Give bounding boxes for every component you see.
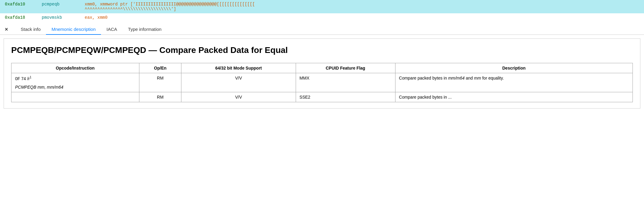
tab-mnemonic-description[interactable]: Mnemonic description [46,24,101,35]
cell-mode-1: V/V [181,73,296,92]
asm-area: 0xafda10 pcmpeqb xmm0, xmmword ptr ['III… [0,0,644,22]
instruction-table: Opcode/Instruction Op/En 64/32 bit Mode … [11,63,633,102]
cell-mode-2: V/V [181,92,296,102]
close-button[interactable]: × [2,25,11,33]
table-row-2: RM V/V SSE2 Compare packed bytes in ... [11,92,633,102]
col-header-desc: Description [395,63,633,73]
tab-bar: × Stack info Mnemonic description IACA T… [0,22,644,35]
col-header-opcode: Opcode/Instruction [11,63,139,73]
tab-iaca[interactable]: IACA [101,24,122,35]
col-header-cpuid: CPUID Feature Flag [296,63,395,73]
asm-row-selected[interactable]: 0xafda10 pcmpeqb xmm0, xmmword ptr ['III… [0,0,644,13]
cell-open-2: RM [139,92,181,102]
cell-opcode-2 [11,92,139,102]
tab-type-information[interactable]: Type information [122,24,167,35]
asm-addr-1: 0xafda10 [5,2,32,7]
col-header-mode: 64/32 bit Mode Support [181,63,296,73]
col-header-open: Op/En [139,63,181,73]
cell-opcode-1: 0F 74 /r1 PCMPEQB mm, mm/m64 [11,73,139,92]
tab-stack-info[interactable]: Stack info [15,24,46,35]
cell-cpuid-2: SSE2 [296,92,395,102]
doc-title: PCMPEQB/PCMPEQW/PCMPEQD — Compare Packed… [11,45,633,56]
asm-mnemonic-1: pcmpeqb [42,2,75,7]
instruction-value-1: PCMPEQB mm, mm/m64 [15,85,135,90]
asm-operands-1: xmm0, xmmword ptr ['IIIIIIIIIIIIIIII@@@@… [85,2,639,11]
asm-addr-2: 0xafda18 [5,15,32,20]
cell-cpuid-1: MMX [296,73,395,92]
cell-desc-1: Compare packed bytes in mm/m64 and mm fo… [395,73,633,92]
asm-row-2[interactable]: 0xafda18 pmovmskb eax, xmm0 [0,13,644,22]
table-row-1: 0F 74 /r1 PCMPEQB mm, mm/m64 RM V/V MMX … [11,73,633,92]
opcode-value-1: 0F 74 /r1 [15,76,135,81]
content-area: PCMPEQB/PCMPEQW/PCMPEQD — Compare Packed… [4,38,640,109]
cell-desc-2: Compare packed bytes in ... [395,92,633,102]
asm-operands-2: eax, xmm0 [85,15,639,20]
asm-mnemonic-2: pmovmskb [42,15,75,20]
cell-open-1: RM [139,73,181,92]
